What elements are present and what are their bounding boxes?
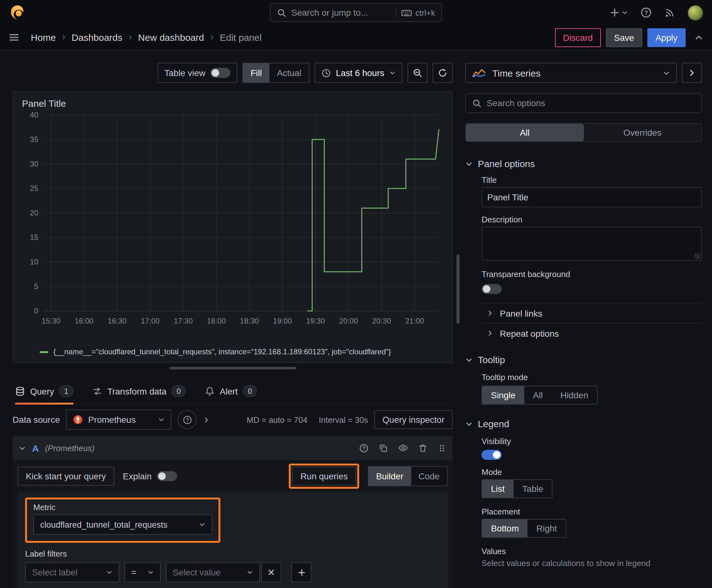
repeat-options-row[interactable]: Repeat options [481,323,702,343]
tab-all[interactable]: All [466,124,584,141]
run-queries-button[interactable]: Run queries [292,467,356,486]
option-actual[interactable]: Actual [269,63,309,82]
query-builder: Metric cloudflared_tunnel_total_requests… [18,492,448,588]
table-view-switch[interactable] [210,68,231,78]
tab-alert[interactable]: Alert 0 [205,378,257,404]
legend-mode-list[interactable]: List [482,480,514,498]
query-help-button[interactable]: ? [359,443,369,453]
legend-mode-label: Mode [481,467,702,477]
chevron-right-icon [487,310,494,317]
discard-button[interactable]: Discard [555,28,601,47]
query-datasource-note: (Prometheus) [45,443,95,453]
viz-suggestions-button[interactable] [682,63,702,83]
tooltip-mode-label: Tooltip mode [481,373,702,382]
bell-icon [205,386,215,396]
query-options-toggle[interactable] [203,416,210,423]
refresh-button[interactable] [433,63,453,83]
options-search-input[interactable] [487,98,695,108]
table-view-toggle[interactable]: Table view [157,63,238,83]
new-menu-button[interactable] [610,7,628,18]
kick-start-button[interactable]: Kick start your query [18,467,114,486]
tooltip-mode-all[interactable]: All [524,386,552,404]
svg-text:16:00: 16:00 [75,317,93,325]
breadcrumb-item-home[interactable]: Home [31,32,56,43]
title-label: Title [481,175,702,185]
value-filter-select[interactable]: Select value [166,562,260,582]
global-search[interactable]: Search or jump to... ctrl+k [270,3,442,22]
legend-placement-right[interactable]: Right [528,520,566,537]
timeseries-chart[interactable]: 15:3016:0016:3017:0017:3018:0018:3019:00… [21,111,445,332]
hide-query-button[interactable] [398,443,408,453]
editor-tabs: Query 1 Transform data 0 Alert 0 [13,378,453,404]
grafana-logo[interactable] [9,4,26,21]
legend-visibility-switch[interactable] [481,450,502,460]
operator-select[interactable]: = [124,562,161,582]
legend-placement-bottom[interactable]: Bottom [482,520,528,537]
description-textarea[interactable] [481,227,702,261]
datasource-picker[interactable]: Prometheus [66,410,172,430]
drag-handle[interactable] [438,443,447,453]
add-filter-button[interactable] [291,562,311,582]
option-fill[interactable]: Fill [243,63,269,82]
tab-transform-data[interactable]: Transform data 0 [92,378,186,404]
tooltip-mode-single[interactable]: Single [482,386,524,404]
section-legend[interactable]: Legend [465,418,702,429]
tab-overrides[interactable]: Overrides [584,124,701,141]
datasource-help-button[interactable]: ? [178,410,197,429]
svg-text:15: 15 [30,233,38,241]
tab-label: Query [30,386,54,396]
collapse-editor-button[interactable] [694,33,703,42]
query-inspector-button[interactable]: Query inspector [374,410,453,429]
chevron-down-icon [663,69,670,76]
time-range-picker[interactable]: Last 6 hours [315,63,403,83]
duplicate-query-button[interactable] [379,443,388,453]
legend-label[interactable]: {__name__="cloudflared_tunnel_total_requ… [53,348,391,356]
user-avatar[interactable] [688,5,703,20]
section-panel-options[interactable]: Panel options [465,158,702,169]
breadcrumb-item-dashboards[interactable]: Dashboards [71,32,123,43]
svg-text:19:30: 19:30 [306,317,325,325]
option-code[interactable]: Code [411,467,447,486]
apply-button[interactable]: Apply [647,28,686,47]
remove-filter-button[interactable] [261,562,281,582]
resize-handle-icon[interactable] [694,253,700,259]
delete-query-button[interactable] [418,443,428,453]
label-filter-select[interactable]: Select label [25,562,119,582]
tab-query[interactable]: Query 1 [15,378,73,404]
zoom-out-button[interactable] [408,63,428,83]
tooltip-mode-hidden[interactable]: Hidden [552,386,597,404]
panel-links-row[interactable]: Panel links [481,303,702,323]
query-row-header[interactable]: A (Prometheus) ? [13,436,453,460]
title-input[interactable] [481,187,702,207]
panel-toolbar: Table view Fill Actual Last 6 hours [13,63,453,83]
help-button[interactable]: ? [641,7,652,18]
query-editor-card: A (Prometheus) ? [13,436,453,588]
svg-text:?: ? [644,9,648,16]
explain-switch[interactable] [157,471,177,481]
repeat-options-label: Repeat options [500,328,559,338]
svg-text:20:00: 20:00 [339,317,358,325]
metric-select[interactable]: cloudflared_tunnel_total_requests [33,514,212,534]
search-shortcut: ctrl+k [415,8,435,17]
menu-toggle-button[interactable] [9,32,19,43]
chevron-down-icon[interactable] [19,444,26,451]
save-button[interactable]: Save [606,28,642,47]
visibility-label: Visibility [481,437,702,446]
description-label: Description [481,215,702,224]
legend-mode-table[interactable]: Table [514,480,552,498]
panel-links-label: Panel links [500,308,542,318]
vertical-scrollbar[interactable] [456,254,459,323]
query-stats-interval: Interval = 30s [319,415,368,424]
explain-label: Explain [123,471,152,481]
option-builder[interactable]: Builder [369,467,411,486]
options-search[interactable] [465,93,702,113]
breadcrumb-item-new-dashboard[interactable]: New dashboard [138,32,204,43]
transparent-background-switch[interactable] [481,284,502,294]
section-tooltip[interactable]: Tooltip [465,354,702,365]
horizontal-scrollbar[interactable] [169,367,296,370]
chart-legend[interactable]: {__name__="cloudflared_tunnel_total_requ… [21,346,445,357]
news-broadcast-button[interactable] [664,7,675,18]
alert-count-badge: 0 [243,385,257,397]
operator-value: = [131,567,136,577]
viz-picker[interactable]: Time series [465,63,677,83]
